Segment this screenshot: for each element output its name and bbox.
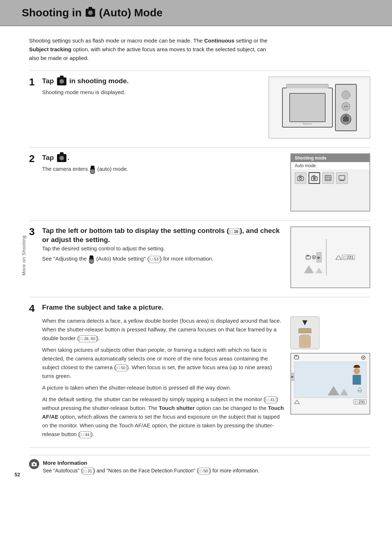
svg-rect-13 — [339, 176, 345, 180]
step-2: 2 Tap . The camera enters (auto) mode. — [29, 153, 370, 211]
step-2-title: Tap . — [42, 153, 283, 162]
divider-more-info — [29, 447, 370, 448]
ref-31: □ 31 — [83, 468, 94, 475]
shooting-mode-diagram: Shooting mode Auto mode — [290, 153, 370, 211]
camera-side — [335, 84, 357, 131]
more-info-icon — [29, 459, 39, 469]
scene-target-icon — [360, 355, 367, 360]
intro-bold-2: Subject tracking — [29, 46, 72, 52]
shutter-illustration: ▼ — [290, 317, 319, 349]
more-information-box: More Information See "Autofocus" (□ 31) … — [29, 455, 370, 475]
intro-bold-1: Continuous — [204, 37, 234, 44]
page-container: Shooting in (Auto) Mode More on Shooting… — [0, 0, 392, 540]
svg-rect-6 — [313, 176, 315, 177]
dots-icon — [344, 105, 348, 108]
divider-3 — [29, 220, 370, 221]
step-3-row: 3 Tap the left or bottom tab to display … — [29, 226, 370, 288]
step-4-images: ▼ — [290, 317, 370, 415]
setting-controls-diagram: ▶ □ 231 — [290, 226, 370, 288]
step-2-content: The camera enters (auto) mode. — [42, 165, 283, 173]
svg-point-4 — [299, 178, 302, 180]
step-2-header: 2 Tap . — [29, 153, 283, 165]
camera-icon-step3 — [89, 257, 94, 261]
step-2-sub: The camera enters (auto) mode. — [42, 165, 283, 173]
ref-28-50: □ 28, 50 — [79, 335, 97, 343]
step-4-para2: When taking pictures of subjects other t… — [42, 346, 285, 380]
camera-mode-icon — [297, 175, 304, 181]
mode-icon-3 — [322, 172, 334, 184]
ref-16: □ 16 — [229, 229, 240, 234]
svg-point-1 — [346, 106, 348, 107]
page-title: Shooting in (Auto) Mode — [22, 7, 370, 19]
scene-boat — [357, 387, 363, 394]
svg-marker-21 — [336, 255, 342, 259]
page-header: Shooting in (Auto) Mode — [0, 0, 392, 26]
step-2-sub-before: The camera enters — [42, 166, 89, 172]
step-1-title: Tap in shooting mode. — [42, 77, 261, 86]
left-tab-arrow-symbol: ▶ — [318, 255, 320, 259]
step-2-row: 2 Tap . The camera enters (auto) mode. — [29, 153, 370, 211]
svg-rect-8 — [325, 176, 331, 181]
mode-icon-2 — [309, 172, 320, 184]
step-2-sub-after: (auto) mode. — [96, 166, 128, 172]
step-1-text: 1 Tap in shooting mode. Shooting mode me… — [29, 77, 261, 97]
step-3-number: 3 — [29, 226, 42, 238]
mountain-small — [304, 265, 314, 273]
step-4-title: Frame the subject and take a picture. — [42, 303, 370, 312]
shooting-mode-header: Shooting mode — [291, 154, 369, 162]
camera-icon-title — [86, 9, 95, 17]
step-4-para1: When the camera detects a face, a yellow… — [42, 317, 285, 343]
sidebar-label: More on Shooting — [21, 235, 26, 276]
step-3-content: Tap the desired setting control to adjus… — [42, 244, 283, 263]
step-1-sub: Shooting mode menu is displayed. — [42, 88, 261, 97]
mountain-small-2 — [315, 267, 323, 273]
diag3-bottom: □ 231 — [332, 253, 358, 261]
boat-icon — [357, 387, 363, 393]
step-4-content: When the camera detects a face, a yellow… — [42, 317, 285, 439]
svg-point-31 — [33, 463, 35, 465]
scene-top-bar — [291, 354, 369, 362]
step-1-title-after: in shooting mode. — [68, 77, 129, 85]
divider-2 — [29, 147, 370, 148]
scene-left-tab[interactable]: ▶ — [291, 373, 294, 381]
ref-44: □ 44 — [80, 431, 91, 439]
intro-text-2: setting or the — [234, 37, 268, 44]
camera-icon-step2 — [57, 154, 66, 162]
touch-shutter-label: Touch shutter — [159, 405, 195, 411]
monitor-mode-icon — [339, 175, 345, 181]
camera-icon-step2b — [90, 168, 95, 171]
step-3-image: ▶ □ 231 — [290, 226, 370, 288]
mountain-1 — [328, 386, 339, 395]
step-3-text: 3 Tap the left or bottom tab to display … — [29, 226, 283, 263]
svg-rect-27 — [358, 391, 361, 392]
svg-marker-28 — [294, 400, 299, 404]
step-3: 3 Tap the left or bottom tab to display … — [29, 226, 370, 288]
step-1-row: 1 Tap in shooting mode. Shooting mode me… — [29, 77, 370, 138]
camera-brand: Nikon — [303, 122, 312, 125]
scene-content: ▶ — [294, 362, 367, 398]
step-3-sub2: See "Adjusting the (Auto) Mode setting" … — [42, 254, 283, 263]
cam-small-icon-top — [306, 255, 311, 260]
step-1-title-before: Tap — [42, 77, 56, 85]
camera-screen — [289, 93, 326, 122]
camera-body-front: Nikon — [282, 88, 333, 128]
step-2-title-before: Tap — [42, 154, 56, 161]
step-2-image: Shooting mode Auto mode — [290, 153, 370, 211]
step-2-number: 2 — [29, 153, 42, 165]
triangle-up-scene-icon — [294, 400, 300, 404]
scene-mountains — [328, 386, 348, 395]
intro-text-1: Shooting settings such as flash mode or … — [29, 37, 204, 44]
step-4: 4 Frame the subject and take a picture. … — [29, 303, 370, 439]
diag3-bottom-right: □ 231 — [342, 255, 355, 260]
left-tab-arrow[interactable]: ▶ — [317, 252, 322, 262]
more-info-text: See "Autofocus" (□ 31) and "Notes on the… — [43, 467, 259, 475]
ref-50: □ 50 — [116, 364, 127, 372]
scene-bottom-bar: □ 231 — [291, 398, 369, 406]
count-ref: □ 231 — [342, 255, 355, 260]
intro-paragraph: Shooting settings such as flash mode or … — [29, 36, 276, 63]
person-body — [352, 375, 361, 385]
step-3-title: Tap the left or bottom tab to display th… — [42, 226, 283, 244]
step-1-content: Shooting mode menu is displayed. — [42, 88, 261, 97]
cam-btn-camera-inner — [343, 117, 349, 122]
scene-cam-icon — [294, 355, 299, 359]
